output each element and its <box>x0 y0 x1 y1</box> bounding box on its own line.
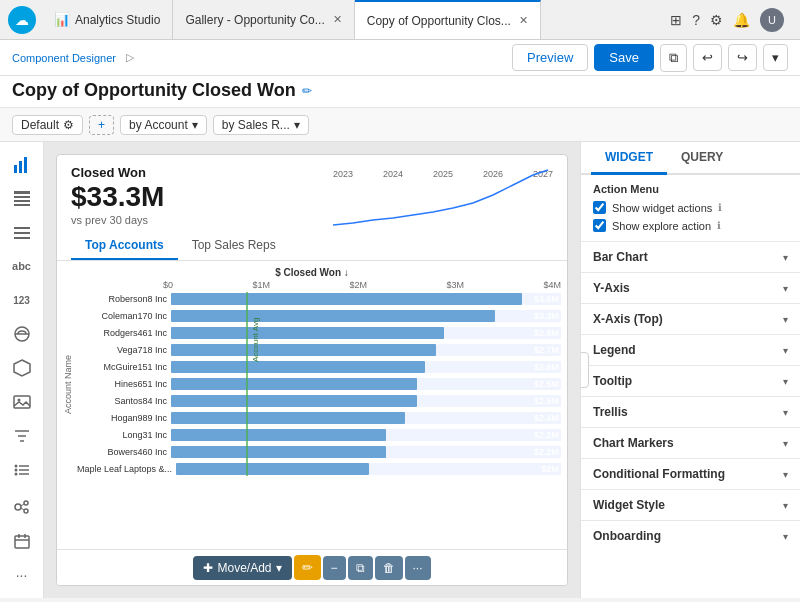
table-row: Hogan989 Inc $2.4M <box>77 411 561 425</box>
bar-label: Rodgers461 Inc <box>77 328 167 338</box>
undo-button[interactable]: ↩ <box>693 44 722 71</box>
minus-button[interactable]: − <box>323 556 346 580</box>
accordion-trellis[interactable]: Trellis ▾ <box>581 396 800 427</box>
account-filter[interactable]: by Account ▾ <box>120 115 207 135</box>
chevron-down-icon: ▾ <box>783 469 788 480</box>
accordion-y-axis[interactable]: Y-Axis ▾ <box>581 272 800 303</box>
copy-widget-button[interactable]: ⧉ <box>348 556 373 580</box>
bar-label: Maple Leaf Laptops &... <box>77 464 172 474</box>
svg-point-26 <box>24 509 28 513</box>
chart-title: $ Closed Won ↓ <box>63 267 561 278</box>
axis-labels: $0 $1M $2M $3M $4M <box>63 280 561 290</box>
user-avatar[interactable]: U <box>760 8 784 32</box>
default-filter[interactable]: Default ⚙ <box>12 115 83 135</box>
panel-tab-widget[interactable]: WIDGET <box>591 142 667 175</box>
analytics-tab-icon: 📊 <box>54 12 70 27</box>
sidebar-item-more[interactable]: ··· <box>5 560 39 590</box>
table-row: Maple Leaf Laptops &... $2M <box>77 462 561 476</box>
svg-point-20 <box>14 468 17 471</box>
add-filter-button[interactable]: + <box>89 115 114 135</box>
delete-widget-button[interactable]: 🗑 <box>375 556 403 580</box>
accordion-onboarding-label: Onboarding <box>593 529 661 543</box>
edit-widget-button[interactable]: ✏ <box>294 555 321 580</box>
accordion-x-axis[interactable]: X-Axis (Top) ▾ <box>581 303 800 334</box>
tab-gallery-close[interactable]: ✕ <box>333 13 342 26</box>
sidebar-item-chart[interactable] <box>5 150 39 180</box>
sidebar-item-list[interactable] <box>5 218 39 248</box>
edit-title-icon[interactable]: ✏ <box>302 84 312 98</box>
tab-top-sales-reps[interactable]: Top Sales Reps <box>178 232 290 260</box>
settings-icon[interactable]: ⚙ <box>710 12 723 28</box>
bar-label: Bowers460 Inc <box>77 447 167 457</box>
sidebar-item-image[interactable] <box>5 387 39 417</box>
svg-point-25 <box>24 501 28 505</box>
tab-top-accounts[interactable]: Top Accounts <box>71 232 178 260</box>
accordion-chart-markers-label: Chart Markers <box>593 436 674 450</box>
accordion-onboarding[interactable]: Onboarding ▾ <box>581 520 800 551</box>
salesrep-filter-label: by Sales R... <box>222 118 290 132</box>
sidebar-item-calendar[interactable] <box>5 526 39 556</box>
tab-copy[interactable]: Copy of Opportunity Clos... ✕ <box>355 0 541 39</box>
move-add-chevron: ▾ <box>276 561 282 575</box>
svg-rect-6 <box>14 204 30 206</box>
sidebar-item-widget[interactable] <box>5 353 39 383</box>
show-widget-actions-row: Show widget actions ℹ <box>593 201 788 214</box>
info-icon-2: ℹ <box>717 220 721 231</box>
bell-icon[interactable]: 🔔 <box>733 12 750 28</box>
accordion-conditional-formatting[interactable]: Conditional Formatting ▾ <box>581 458 800 489</box>
chevron-down-icon: ▾ <box>783 438 788 449</box>
panel-tab-query[interactable]: QUERY <box>667 142 737 175</box>
avg-line-label: Account Avg <box>251 317 260 361</box>
salesrep-filter[interactable]: by Sales R... ▾ <box>213 115 309 135</box>
default-filter-label: Default <box>21 118 59 132</box>
more-widget-button[interactable]: ··· <box>405 556 431 580</box>
tab-copy-label: Copy of Opportunity Clos... <box>367 14 511 28</box>
svg-point-14 <box>17 398 20 401</box>
help-icon[interactable]: ? <box>692 12 700 28</box>
sparkline-chart: 2023 2024 2025 2026 2027 <box>333 165 553 235</box>
bar-track: $2.5M <box>171 395 561 407</box>
more-button[interactable]: ▾ <box>763 44 788 71</box>
sidebar-item-text[interactable]: abc <box>5 252 39 282</box>
grid-icon[interactable]: ⊞ <box>670 12 682 28</box>
widget-tabs: Top Accounts Top Sales Reps <box>57 232 567 261</box>
preview-button[interactable]: Preview <box>512 44 588 71</box>
accordion-legend[interactable]: Legend ▾ <box>581 334 800 365</box>
bar-track: $2.6M <box>171 361 561 373</box>
accordion-bar-chart[interactable]: Bar Chart ▾ <box>581 241 800 272</box>
sidebar-item-filter[interactable] <box>5 421 39 451</box>
table-row: Rodgers461 Inc $2.8M <box>77 326 561 340</box>
main-layout: abc 123 ··· <box>0 142 800 598</box>
bars-with-axis: Account Name Account Avg Roberson8 Inc $… <box>63 292 561 476</box>
bar-fill: $3.3M <box>171 310 495 322</box>
accordion-y-axis-label: Y-Axis <box>593 281 630 295</box>
bar-track: $2.8M <box>171 327 561 339</box>
breadcrumb[interactable]: Component Designer <box>12 52 116 64</box>
bar-value: $2.2M <box>534 430 559 440</box>
sidebar-item-link[interactable] <box>5 319 39 349</box>
sidebar-item-bullet[interactable] <box>5 455 39 485</box>
tab-analytics[interactable]: 📊 Analytics Studio <box>42 0 173 39</box>
accordion-tooltip[interactable]: Tooltip ▾ <box>581 365 800 396</box>
tab-copy-close[interactable]: ✕ <box>519 14 528 27</box>
redo-button[interactable]: ↪ <box>728 44 757 71</box>
show-widget-actions-checkbox[interactable] <box>593 201 606 214</box>
tab-gallery[interactable]: Gallery - Opportunity Co... ✕ <box>173 0 354 39</box>
show-explore-action-checkbox[interactable] <box>593 219 606 232</box>
sidebar-item-number[interactable]: 123 <box>5 285 39 315</box>
sidebar-item-connector[interactable] <box>5 492 39 522</box>
copy-button[interactable]: ⧉ <box>660 44 687 72</box>
bar-fill: $2.2M <box>171 446 386 458</box>
svg-marker-12 <box>14 360 30 376</box>
move-add-button[interactable]: ✚ Move/Add ▾ <box>193 556 291 580</box>
panel-collapse-button[interactable]: ‹ <box>580 352 589 388</box>
accordion-chart-markers[interactable]: Chart Markers ▾ <box>581 427 800 458</box>
svg-text:2026: 2026 <box>483 169 503 179</box>
save-button[interactable]: Save <box>594 44 654 71</box>
accordion-widget-style[interactable]: Widget Style ▾ <box>581 489 800 520</box>
table-row: Roberson8 Inc $3.6M <box>77 292 561 306</box>
chevron-down-icon: ▾ <box>783 314 788 325</box>
bar-track: $2M <box>176 463 561 475</box>
tab-gallery-label: Gallery - Opportunity Co... <box>185 13 324 27</box>
sidebar-item-table[interactable] <box>5 184 39 214</box>
